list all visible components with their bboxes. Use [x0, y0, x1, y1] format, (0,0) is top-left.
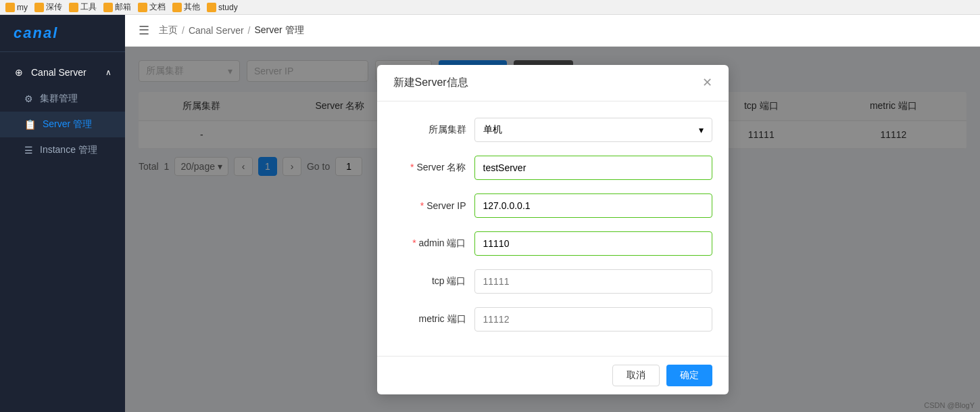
cluster-icon: ⚙: [24, 93, 33, 104]
breadcrumb: 主页 / Canal Server / Server 管理: [159, 24, 304, 37]
breadcrumb-sep-1: /: [182, 25, 185, 36]
form-row-cluster: 所属集群 单机 ▾: [393, 118, 712, 142]
form-row-metric-port: metric 端口: [393, 307, 712, 331]
modal-title: 新建Server信息: [393, 76, 468, 90]
modal-overlay: 新建Server信息 ✕ 所属集群 单机 ▾: [125, 47, 980, 412]
server-name-label: Server 名称: [393, 162, 474, 174]
admin-port-input[interactable]: [474, 231, 712, 256]
metric-port-label: metric 端口: [393, 313, 474, 325]
server-icon: 📋: [24, 119, 36, 130]
cluster-select[interactable]: 单机 ▾: [474, 118, 712, 142]
bookmark-item[interactable]: my: [5, 3, 28, 12]
bookmark-item[interactable]: 工具: [69, 1, 97, 13]
server-ip-input[interactable]: [474, 193, 712, 218]
sidebar-item-cluster-management[interactable]: ⚙ 集群管理: [0, 86, 125, 112]
metric-port-input[interactable]: [474, 307, 712, 331]
breadcrumb-sep-2: /: [248, 25, 251, 36]
bookmark-item[interactable]: 邮箱: [103, 1, 131, 13]
form-row-admin-port: admin 端口: [393, 231, 712, 256]
tcp-port-input[interactable]: [474, 269, 712, 294]
breadcrumb-current: Server 管理: [254, 24, 303, 37]
sidebar-item-canal-server[interactable]: ⊕ Canal Server ∧: [0, 59, 125, 86]
plus-circle-icon: ⊕: [14, 67, 24, 78]
server-management-label: Server 管理: [43, 118, 92, 131]
sidebar-item-canal-server-label: Canal Server: [31, 67, 87, 78]
bookmark-item[interactable]: study: [207, 3, 238, 12]
sidebar-item-server-management[interactable]: 📋 Server 管理: [0, 112, 125, 137]
bookmark-item[interactable]: 深传: [34, 1, 62, 13]
sidebar-logo: canal: [0, 15, 125, 52]
form-row-server-ip: Server IP: [393, 193, 712, 218]
sidebar-menu: ⊕ Canal Server ∧ ⚙ 集群管理 📋 Server 管理 ☰ In…: [0, 52, 125, 170]
modal-close-button[interactable]: ✕: [702, 76, 712, 89]
instance-icon: ☰: [24, 145, 33, 156]
header: ☰ 主页 / Canal Server / Server 管理: [125, 15, 980, 47]
server-name-input[interactable]: [474, 156, 712, 180]
sidebar-item-instance-management[interactable]: ☰ Instance 管理: [0, 137, 125, 163]
confirm-button[interactable]: 确定: [666, 365, 712, 386]
form-row-server-name: Server 名称: [393, 156, 712, 180]
logo-text: canal: [14, 24, 58, 42]
breadcrumb-canal-server[interactable]: Canal Server: [189, 25, 244, 36]
content-area: 所属集群 ▾ Server IP 🔍 查询 新建Server 刷新列表: [125, 47, 980, 412]
hamburger-icon[interactable]: ☰: [139, 23, 149, 38]
breadcrumb-home[interactable]: 主页: [159, 24, 178, 37]
main-content: ☰ 主页 / Canal Server / Server 管理 所属集群 ▾ S…: [125, 15, 980, 412]
modal-body: 所属集群 单机 ▾ Server 名称: [377, 101, 729, 356]
bookmark-item[interactable]: 其他: [172, 1, 200, 13]
modal-new-server: 新建Server信息 ✕ 所属集群 单机 ▾: [377, 65, 729, 394]
instance-management-label: Instance 管理: [40, 144, 97, 156]
server-ip-label: Server IP: [393, 200, 474, 211]
modal-header: 新建Server信息 ✕: [377, 65, 729, 101]
cluster-management-label: 集群管理: [40, 93, 78, 105]
modal-footer: 取消 确定: [377, 356, 729, 394]
bookmark-bar: my 深传 工具 邮箱 文档 其他 study: [0, 0, 980, 15]
chevron-up-icon: ∧: [105, 68, 112, 77]
bookmark-item[interactable]: 文档: [138, 1, 166, 13]
tcp-port-label: tcp 端口: [393, 275, 474, 288]
cancel-button[interactable]: 取消: [612, 365, 660, 386]
sidebar: canal ⊕ Canal Server ∧ ⚙ 集群管理 📋 Server 管…: [0, 15, 125, 412]
cluster-select-arrow: ▾: [699, 124, 704, 135]
form-row-tcp-port: tcp 端口: [393, 269, 712, 294]
cluster-label: 所属集群: [393, 124, 474, 136]
admin-port-label: admin 端口: [393, 237, 474, 250]
